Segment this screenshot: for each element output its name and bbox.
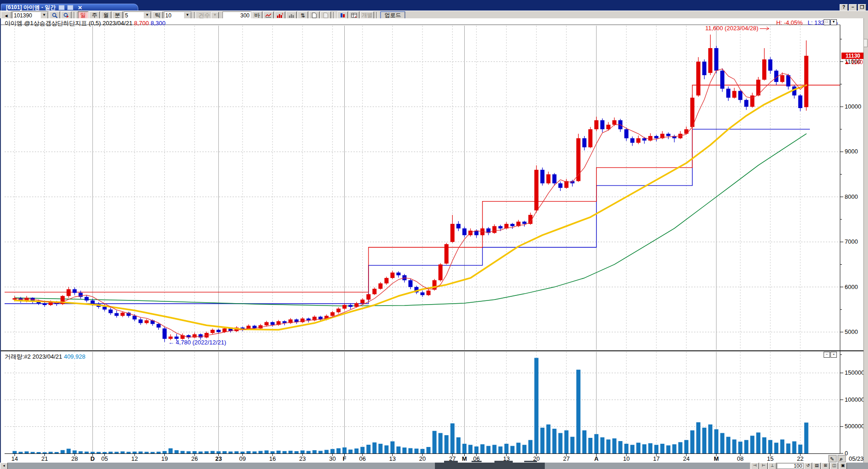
bottom-controls: ⊣ ⊢ ⊥ ↺ ▤ ⊞ ◫ ▣ (750, 463, 847, 469)
settings-icon[interactable]: ▣ (839, 463, 847, 469)
title-strip (0, 0, 868, 4)
chart-tab[interactable]: [6101] 아이엠 - 일간 ✕ (1, 4, 138, 11)
svg-text:30: 30 (329, 455, 336, 462)
svg-text:500000: 500000 (845, 423, 864, 430)
vertical-scroll-thumb[interactable] (863, 39, 868, 47)
tab-strip: [6101] 아이엠 - 일간 ✕ ? − ❐ (0, 4, 868, 11)
svg-text:16: 16 (269, 455, 276, 462)
scroll-left-icon[interactable]: ◂ (0, 463, 8, 469)
svg-text:14: 14 (11, 455, 18, 462)
price-volume-chart[interactable]: 5000600070008000900010000110000500000100… (1, 18, 868, 469)
bar-wide-button[interactable]: ⊥ (768, 463, 776, 469)
price-pane-controls: □ ▼ (824, 19, 837, 25)
gridlines (5, 26, 840, 453)
svg-text:06: 06 (359, 455, 366, 462)
symbol-name: 아이엠 (5, 20, 22, 27)
volume-pane-controls: − × (824, 352, 837, 358)
scroll-thumb[interactable] (435, 463, 545, 469)
svg-text:M: M (714, 455, 719, 462)
svg-text:D: D (91, 455, 95, 462)
vertical-scrollbar[interactable] (863, 18, 868, 463)
cursor-low: 8,300 (151, 20, 166, 27)
indicator-params: (0,5) (89, 20, 101, 27)
tick-input[interactable] (164, 12, 184, 18)
split-icon[interactable]: ◫ (830, 463, 838, 469)
refresh-icon[interactable]: ↺ (804, 463, 812, 469)
svg-text:← 4,780 (2022/12/21): ← 4,780 (2022/12/21) (168, 339, 226, 346)
cursor-high: 8,700 (134, 20, 149, 27)
svg-text:M: M (462, 455, 467, 462)
bar-default-button[interactable]: ⊢ (760, 463, 768, 469)
count-dropdown-icon: ▼ (211, 12, 219, 19)
minute-dropdown-icon[interactable]: ▼ (143, 12, 151, 19)
svg-text:08: 08 (737, 455, 743, 462)
svg-text:15: 15 (767, 455, 773, 462)
svg-text:05/23: 05/23 (849, 455, 864, 462)
bar-narrow-button[interactable]: ⊣ (751, 463, 759, 469)
svg-text:26: 26 (191, 455, 198, 462)
svg-text:21: 21 (41, 455, 48, 462)
pane-minimize-icon[interactable]: − (824, 352, 830, 358)
fast-moving-averages (15, 69, 806, 337)
svg-text:05: 05 (101, 455, 108, 462)
svg-text:24: 24 (683, 455, 689, 462)
svg-text:19: 19 (161, 455, 168, 462)
pane-menu-icon[interactable]: ▼ (830, 19, 837, 25)
indicator-name: @1상승갭상단하단지표 (24, 20, 87, 27)
pin-icon[interactable] (67, 5, 73, 10)
chart-mode-icon[interactable]: ▤ (813, 463, 821, 469)
cursor-date: 2023/04/21 (103, 20, 132, 27)
candles (13, 35, 808, 342)
price-pane-header: 아이엠 @1상승갭상단하단지표 (0,5) 2023/04/21 8,700 8… (5, 19, 165, 27)
minute-input[interactable] (124, 12, 143, 18)
svg-text:▲ 1160: ▲ 1160 (844, 59, 863, 65)
svg-text:6000: 6000 (845, 284, 858, 290)
svg-text:11,600 (2023/04/28): 11,600 (2023/04/28) (705, 25, 758, 32)
svg-text:10000: 10000 (845, 103, 861, 110)
svg-text:28: 28 (71, 455, 78, 462)
symbol-input[interactable] (13, 12, 40, 18)
volume-value: 409,928 (64, 353, 85, 360)
svg-text:23: 23 (299, 455, 306, 462)
link-icon[interactable] (59, 5, 65, 10)
svg-text:12: 12 (131, 455, 138, 462)
svg-text:5000: 5000 (845, 328, 858, 335)
svg-text:✎: ✎ (830, 456, 834, 462)
chart-client-area: 아이엠 @1상승갭상단하단지표 (0,5) 2023/04/21 8,700 8… (0, 18, 868, 469)
tick-dropdown-icon[interactable]: ▼ (184, 12, 191, 19)
svg-text:7000: 7000 (845, 238, 858, 245)
restore-button[interactable]: ❐ (858, 4, 866, 11)
svg-text:09: 09 (239, 455, 246, 462)
svg-text:⌕: ⌕ (839, 456, 843, 462)
svg-text:!: ! (282, 12, 283, 16)
draw-tool-icon[interactable]: ✎ (829, 455, 836, 462)
help-button[interactable]: ? (840, 4, 848, 11)
volume-date: 2023/04/21 (33, 353, 62, 360)
svg-text:F: F (343, 455, 347, 462)
horizontal-scrollbar[interactable]: ◂ (0, 463, 868, 469)
bars-input[interactable] (223, 12, 250, 18)
grid-icon[interactable]: ⊞ (821, 463, 830, 469)
svg-text:20: 20 (419, 455, 426, 462)
tab-close-icon[interactable]: ✕ (78, 5, 82, 11)
svg-text:11130: 11130 (846, 53, 860, 59)
symbol-dropdown-icon[interactable]: ▼ (40, 12, 48, 19)
svg-text:A: A (594, 455, 599, 462)
hts-window: [6101] 아이엠 - 일간 ✕ ? − ❐ ◂ ▼ 일 주 월 분 ▼ 틱 (0, 0, 868, 469)
svg-text:23: 23 (215, 455, 222, 462)
axes: 5000600070008000900010000110000500000100… (1, 25, 868, 462)
svg-text:8000: 8000 (845, 193, 858, 200)
svg-text:9000: 9000 (845, 148, 858, 155)
pane-close-icon[interactable]: × (830, 352, 837, 358)
svg-text:13: 13 (389, 455, 396, 462)
svg-text:22: 22 (797, 455, 803, 462)
high-pct: H: -4,05% (776, 19, 803, 26)
current-price-marker: 11130▲ 1160 (841, 53, 864, 65)
pane-restore-icon[interactable]: □ (824, 19, 830, 25)
svg-text:27: 27 (563, 455, 570, 462)
zoom-tool-icon[interactable]: ⌕ (838, 455, 846, 462)
volume-pane-header: 거래량:#2 2023/04/21 409,928 (5, 353, 85, 361)
minimize-button[interactable]: − (849, 4, 857, 11)
volume-label: 거래량:#2 (5, 353, 31, 360)
visible-bars-input[interactable] (777, 463, 803, 469)
